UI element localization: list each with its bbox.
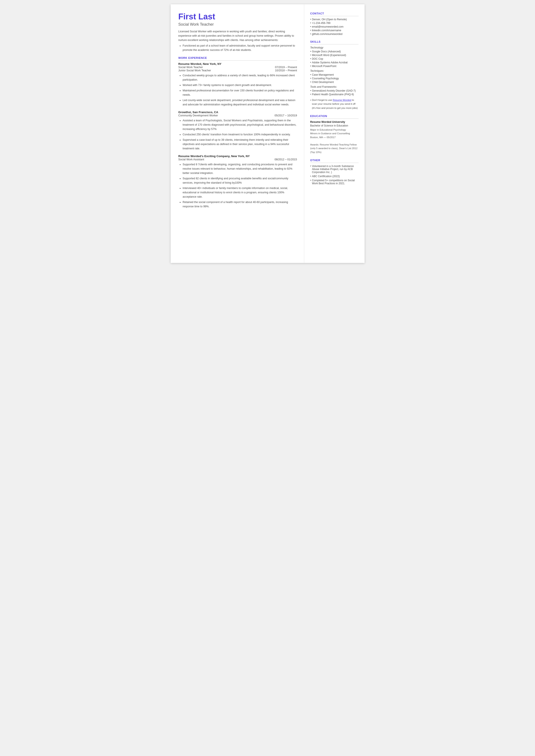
- employer-block-2: Growthsi, San Francisco, CA Community De…: [179, 111, 297, 151]
- role-line-1a: Social Work Teacher 07/2019 – Present: [179, 66, 297, 69]
- bullet-1-2: Maintained professional documentation fo…: [183, 88, 297, 97]
- skills-section: SKILLS Technology Google Docs (Advanced)…: [310, 40, 358, 110]
- edu-degree-0: Bachelor of Science in Education: [310, 124, 358, 127]
- summary-bullet: Functioned as part of a school team of a…: [183, 43, 297, 52]
- skill-0-4: Microsoft PowerPoint: [310, 65, 358, 68]
- resume-worded-link[interactable]: Resume Worded: [333, 99, 351, 101]
- skill-0-1: Microsoft Word (Experienced): [310, 54, 358, 57]
- bullet-1-3: Led county-wide social work department, …: [183, 98, 297, 107]
- role-title-1b: Junior Social Work Teacher: [179, 69, 211, 72]
- education-section: EDUCATION Resume Worded University Bache…: [310, 115, 358, 154]
- contact-title: CONTACT: [310, 12, 358, 16]
- skills-category-2: Tools and Frameworks:: [310, 85, 358, 88]
- role-line-2a: Community Development Worker 05/2017 – 1…: [179, 114, 297, 117]
- candidate-name: First Last: [179, 12, 297, 21]
- contact-section: CONTACT Denver, OH (Open to Remote) +1-2…: [310, 12, 358, 36]
- skills-category-1: Techniques:: [310, 70, 358, 72]
- contact-item-0: Denver, OH (Open to Remote): [310, 18, 358, 21]
- other-item-2: Completed 5+ competitions on Social Work…: [310, 179, 358, 185]
- right-column: CONTACT Denver, OH (Open to Remote) +1-2…: [304, 4, 365, 263]
- contact-item-2: email@resumeworded.com: [310, 25, 358, 28]
- summary: Licensed Social Worker with experience i…: [179, 29, 297, 52]
- other-item-1: ABC Certification (2022): [310, 175, 358, 178]
- bullets-1: Conducted weekly groups to address a var…: [179, 73, 297, 107]
- bullet-2-2: Supervised a case-load of up to 39 clien…: [183, 138, 297, 151]
- skills-category-0: Technology: [310, 46, 358, 49]
- role-dates-1b: 10/2018 – Present: [275, 69, 297, 72]
- contact-item-3: linkedin.com/in/username: [310, 29, 358, 32]
- other-item-0: Volunteered in a 3-month Substance Abuse…: [310, 165, 358, 174]
- other-section: OTHER Volunteered in a 3-month Substance…: [310, 159, 358, 185]
- job-title: Social Work Teacher: [179, 22, 297, 27]
- skill-0-3: Adobe Systems Adobe Acrobat: [310, 61, 358, 64]
- bullet-3-3: Retained the social component of a healt…: [183, 200, 297, 209]
- skill-1-0: Case Management: [310, 73, 358, 76]
- employer-name-3: Resume Worded's Exciting Company, New Yo…: [179, 154, 297, 158]
- role-line-1b: Junior Social Work Teacher 10/2018 – Pre…: [179, 69, 297, 72]
- skills-title: SKILLS: [310, 40, 358, 44]
- employer-name-1: Resume Worded, New York, NY: [179, 62, 297, 66]
- work-experience-title: WORK EXPERIENCE: [179, 56, 297, 61]
- role-dates-1a: 07/2019 – Present: [275, 66, 297, 69]
- role-dates-2a: 05/2017 – 10/2019: [274, 114, 297, 117]
- contact-item-1: +1-234-456-789: [310, 21, 358, 25]
- role-title-1a: Social Work Teacher: [179, 66, 203, 69]
- skill-0-2: DOC Cop: [310, 57, 358, 60]
- bullet-3-1: Supported 82 clients in identifying and …: [183, 176, 297, 185]
- role-title-3a: Social Work Assistant: [179, 158, 204, 161]
- note-prefix: Don't forget to use: [312, 99, 333, 101]
- edu-school-0: Resume Worded University: [310, 121, 358, 124]
- bullet-2-0: Assisted a team of Psychologists, Social…: [183, 118, 297, 131]
- role-title-2a: Community Development Worker: [179, 114, 218, 117]
- bullet-2-1: Conducted 250 clients' transition from t…: [183, 132, 297, 137]
- skill-2-1: Patient Health Questionaire (PHQ-9): [310, 93, 358, 96]
- skill-0-0: Google Docs (Advanced): [310, 50, 358, 53]
- bullet-1-0: Conducted weekly groups to address a var…: [183, 73, 297, 82]
- education-title: EDUCATION: [310, 115, 358, 119]
- edu-details-0: Major in Educational Psychology Minors i…: [310, 128, 358, 154]
- skill-2-0: Generalized Anxiety Disorder (GAD-7): [310, 89, 358, 92]
- edu-block-0: Resume Worded University Bachelor of Sci…: [310, 121, 358, 154]
- employer-block-1: Resume Worded, New York, NY Social Work …: [179, 62, 297, 107]
- resume-worded-note: Don't forget to use Resume Worded to sca…: [310, 98, 358, 110]
- employer-block-3: Resume Worded's Exciting Company, New Yo…: [179, 154, 297, 209]
- other-title: OTHER: [310, 159, 358, 163]
- bullets-2: Assisted a team of Psychologists, Social…: [179, 118, 297, 151]
- role-dates-3a: 08/2012 – 01/2015: [274, 158, 297, 161]
- bullet-3-2: Interviewed 40+ individuals or family me…: [183, 186, 297, 199]
- contact-item-4: github.com/resumeworded: [310, 33, 358, 36]
- employer-name-2: Growthsi, San Francisco, CA: [179, 111, 297, 114]
- bullet-1-1: Worked with 73+ family systems to suppor…: [183, 83, 297, 87]
- left-column: First Last Social Work Teacher Licensed …: [171, 4, 304, 263]
- role-line-3a: Social Work Assistant 08/2012 – 01/2015: [179, 158, 297, 161]
- skill-1-2: Child Development: [310, 81, 358, 84]
- bullet-3-0: Supported 8 7clients with developing, or…: [183, 162, 297, 175]
- skill-1-1: Counseling Psychology: [310, 77, 358, 80]
- bullets-3: Supported 8 7clients with developing, or…: [179, 162, 297, 209]
